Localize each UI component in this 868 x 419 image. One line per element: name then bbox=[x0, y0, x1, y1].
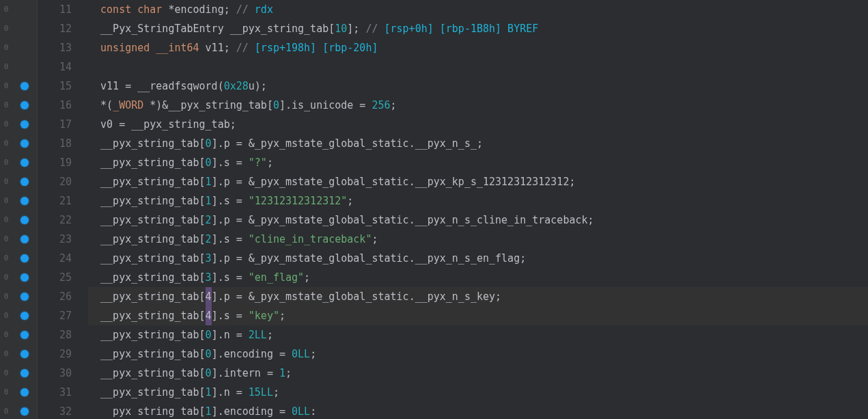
breakpoint-icon[interactable] bbox=[20, 331, 29, 339]
code-line[interactable]: pyx string tab[1].encoding = 0LL: bbox=[88, 402, 868, 419]
token: ].intern = bbox=[212, 364, 279, 383]
fold-mark[interactable]: 0 bbox=[0, 402, 12, 419]
fold-mark[interactable]: 0 bbox=[0, 77, 12, 96]
fold-mark[interactable]: 0 bbox=[0, 287, 12, 306]
breakpoint-slot[interactable] bbox=[12, 19, 37, 38]
code-line[interactable]: __pyx_string_tab[1].p = &_pyx_mstate_glo… bbox=[88, 172, 868, 191]
breakpoint-slot[interactable] bbox=[12, 230, 37, 249]
fold-mark[interactable]: 0 bbox=[0, 249, 12, 268]
breakpoint-gutter[interactable] bbox=[12, 0, 37, 419]
code-line[interactable]: __pyx_string_tab[3].p = &_pyx_mstate_glo… bbox=[88, 249, 868, 268]
breakpoint-slot[interactable] bbox=[12, 383, 37, 402]
token: ].n = bbox=[212, 383, 249, 402]
code-line[interactable]: __pyx_string_tab[0].s = "?"; bbox=[88, 153, 868, 172]
breakpoint-icon[interactable] bbox=[20, 178, 29, 186]
breakpoint-slot[interactable] bbox=[12, 249, 37, 268]
code-line[interactable]: __pyx_string_tab[4].s = "key"; bbox=[88, 306, 868, 325]
fold-mark[interactable]: 0 bbox=[0, 57, 12, 77]
token: ].p = & bbox=[212, 287, 255, 306]
fold-mark[interactable]: 0 bbox=[0, 153, 12, 172]
code-line[interactable]: __pyx_string_tab[0].n = 2LL; bbox=[88, 325, 868, 344]
breakpoint-icon[interactable] bbox=[20, 407, 29, 416]
token bbox=[88, 211, 100, 230]
breakpoint-icon[interactable] bbox=[20, 293, 29, 301]
fold-mark[interactable]: 0 bbox=[0, 325, 12, 344]
breakpoint-icon[interactable] bbox=[20, 350, 29, 358]
breakpoint-slot[interactable] bbox=[12, 344, 37, 364]
fold-mark[interactable]: 0 bbox=[0, 211, 12, 230]
fold-mark[interactable]: 0 bbox=[0, 344, 12, 364]
breakpoint-icon[interactable] bbox=[20, 235, 29, 243]
breakpoint-icon[interactable] bbox=[20, 159, 29, 167]
breakpoint-slot[interactable] bbox=[12, 57, 37, 77]
breakpoint-slot[interactable] bbox=[12, 96, 37, 115]
code-line[interactable]: __pyx_string_tab[2].p = &_pyx_mstate_glo… bbox=[88, 211, 868, 230]
fold-mark[interactable]: 0 bbox=[0, 230, 12, 249]
fold-mark[interactable]: 0 bbox=[0, 383, 12, 402]
code-area[interactable]: const char *encoding; // rdx __Pyx_Strin… bbox=[81, 0, 868, 419]
breakpoint-icon[interactable] bbox=[20, 120, 29, 129]
code-line[interactable]: __pyx_string_tab[1].s = "12312312312312"… bbox=[88, 191, 868, 211]
code-line[interactable]: *(_WORD *)&__pyx_string_tab[0].is_unicod… bbox=[88, 96, 868, 115]
fold-mark[interactable]: 0 bbox=[0, 19, 12, 38]
token: v11 = __readfsqword( bbox=[88, 77, 224, 96]
fold-mark[interactable]: 0 bbox=[0, 306, 12, 325]
fold-mark[interactable]: 0 bbox=[0, 364, 12, 383]
breakpoint-slot[interactable] bbox=[12, 287, 37, 306]
code-line[interactable]: __pyx_string_tab[0].intern = 1; bbox=[88, 364, 868, 383]
breakpoint-icon[interactable] bbox=[20, 254, 29, 262]
fold-mark[interactable]: 0 bbox=[0, 172, 12, 191]
breakpoint-icon[interactable] bbox=[20, 388, 29, 396]
code-line[interactable]: __pyx_string_tab[2].s = "cline_in_traceb… bbox=[88, 230, 868, 249]
fold-mark[interactable]: 0 bbox=[0, 191, 12, 211]
line-number: 31 bbox=[38, 383, 72, 402]
token: _pyx_mstate_global_static bbox=[255, 211, 409, 230]
breakpoint-slot[interactable] bbox=[12, 115, 37, 134]
fold-mark[interactable]: 0 bbox=[0, 134, 12, 153]
code-line[interactable]: __Pyx_StringTabEntry __pyx_string_tab[10… bbox=[88, 19, 868, 38]
breakpoint-slot[interactable] bbox=[12, 364, 37, 383]
code-line[interactable] bbox=[88, 57, 868, 77]
breakpoint-slot[interactable] bbox=[12, 134, 37, 153]
breakpoint-slot[interactable] bbox=[12, 191, 37, 211]
code-line[interactable]: v11 = __readfsqword(0x28u); bbox=[88, 77, 868, 96]
fold-mark[interactable]: 0 bbox=[0, 115, 12, 134]
breakpoint-icon[interactable] bbox=[20, 139, 29, 148]
token: 0 bbox=[206, 344, 212, 364]
code-line[interactable]: __pyx_string_tab[1].n = 15LL; bbox=[88, 383, 868, 402]
fold-mark[interactable]: 0 bbox=[0, 0, 12, 19]
token: 2 bbox=[206, 211, 212, 230]
token: __pyx_string_tab bbox=[100, 287, 199, 306]
code-line[interactable]: __pyx_string_tab[4].p = &_pyx_mstate_glo… bbox=[88, 287, 868, 306]
code-line[interactable]: __pyx_string_tab[0].encoding = 0LL; bbox=[88, 344, 868, 364]
code-line[interactable]: v0 = __pyx_string_tab; bbox=[88, 115, 868, 134]
breakpoint-slot[interactable] bbox=[12, 211, 37, 230]
code-line[interactable]: const char *encoding; // rdx bbox=[88, 0, 868, 19]
breakpoint-icon[interactable] bbox=[20, 369, 29, 377]
token: ].p = & bbox=[212, 172, 255, 191]
fold-mark[interactable]: 0 bbox=[0, 96, 12, 115]
breakpoint-slot[interactable] bbox=[12, 306, 37, 325]
fold-mark[interactable]: 0 bbox=[0, 268, 12, 287]
breakpoint-icon[interactable] bbox=[20, 273, 29, 282]
breakpoint-slot[interactable] bbox=[12, 325, 37, 344]
token: 10 bbox=[335, 19, 347, 38]
breakpoint-slot[interactable] bbox=[12, 38, 37, 57]
breakpoint-icon[interactable] bbox=[20, 216, 29, 224]
token: char bbox=[137, 0, 162, 19]
breakpoint-slot[interactable] bbox=[12, 77, 37, 96]
breakpoint-icon[interactable] bbox=[20, 82, 29, 90]
breakpoint-slot[interactable] bbox=[12, 402, 37, 419]
breakpoint-slot[interactable] bbox=[12, 172, 37, 191]
fold-mark[interactable]: 0 bbox=[0, 38, 12, 57]
breakpoint-icon[interactable] bbox=[20, 312, 29, 320]
breakpoint-icon[interactable] bbox=[20, 101, 29, 109]
breakpoint-slot[interactable] bbox=[12, 153, 37, 172]
breakpoint-slot[interactable] bbox=[12, 268, 37, 287]
code-line[interactable]: unsigned __int64 v11; // [rsp+198h] [rbp… bbox=[88, 38, 868, 57]
code-line[interactable]: __pyx_string_tab[0].p = &_pyx_mstate_glo… bbox=[88, 134, 868, 153]
breakpoint-icon[interactable] bbox=[20, 197, 29, 205]
code-line[interactable]: __pyx_string_tab[3].s = "en_flag"; bbox=[88, 268, 868, 287]
token: .__pyx_n_s_cline_in_traceback; bbox=[409, 211, 594, 230]
breakpoint-slot[interactable] bbox=[12, 0, 37, 19]
